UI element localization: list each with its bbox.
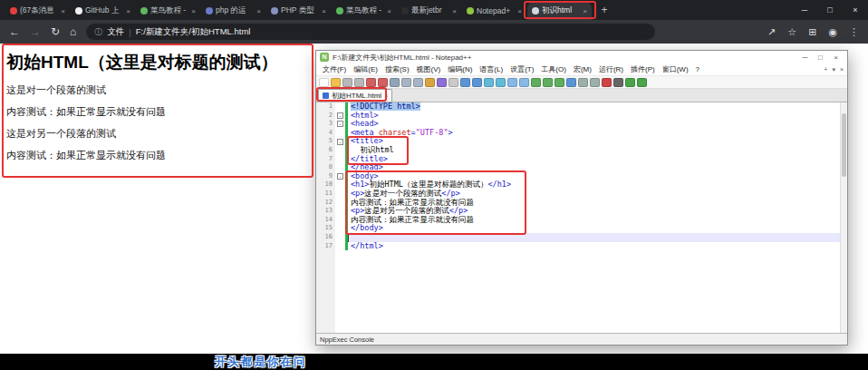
npp-menu-item[interactable]: ?	[692, 65, 703, 73]
home-button[interactable]: ⌂	[70, 25, 76, 38]
code-line[interactable]: 2-<html>	[316, 112, 847, 121]
browser-tab[interactable]: Notepad+×	[462, 2, 526, 20]
extensions-icon[interactable]: ⊞	[808, 26, 816, 38]
document-map-icon[interactable]	[578, 78, 588, 87]
show-all-characters-icon[interactable]	[543, 78, 553, 87]
npp-doc-tab-close-icon[interactable]: ×	[384, 92, 388, 99]
sync-vertical-icon[interactable]	[507, 78, 517, 87]
save-all-icon[interactable]	[354, 78, 364, 87]
document-switcher-icon[interactable]	[590, 78, 600, 87]
code-line[interactable]: 4<meta charset="UTF-8">	[316, 129, 847, 138]
tab-close-icon[interactable]: ×	[256, 7, 261, 15]
npp-menu-item[interactable]: 插件(P)	[627, 64, 659, 74]
tab-close-icon[interactable]: ×	[517, 7, 522, 15]
fold-marker-icon[interactable]: -	[335, 112, 345, 121]
copy-icon[interactable]	[413, 78, 423, 87]
new-tab-button[interactable]: +	[596, 2, 612, 18]
maximize-button[interactable]: □	[817, 0, 843, 20]
tab-close-icon[interactable]: ×	[191, 7, 196, 15]
open-file-icon[interactable]	[331, 78, 341, 87]
npp-menu-item[interactable]: 设置(T)	[506, 64, 537, 74]
code-line[interactable]: 3-<head>	[316, 120, 847, 129]
paste-icon[interactable]	[425, 78, 435, 87]
replace-icon[interactable]	[472, 78, 482, 87]
npp-menu-item[interactable]: 宏(M)	[570, 64, 595, 74]
tab-close-icon[interactable]: ×	[452, 7, 457, 15]
close-button[interactable]: ×	[843, 0, 868, 20]
code-line[interactable]: 13<p>这是对另一个段落的测试</p>	[316, 207, 847, 216]
browser-tab[interactable]: (67条消息×	[5, 2, 70, 20]
browser-tab[interactable]: 最新jetbr×	[397, 2, 461, 20]
browser-tab[interactable]: php 的运×	[201, 2, 265, 20]
fold-marker-icon[interactable]: -	[335, 172, 345, 181]
npp-menu-item[interactable]: 窗口(W)	[659, 64, 692, 74]
print-icon[interactable]	[390, 78, 400, 87]
npp-menu-item[interactable]: 编码(N)	[444, 64, 476, 74]
npp-menu-item[interactable]: 工具(O)	[537, 64, 570, 74]
play-macro-icon[interactable]	[625, 78, 635, 87]
tab-close-icon[interactable]: ×	[61, 7, 65, 15]
code-line[interactable]: 8</head>	[316, 163, 847, 172]
tab-close-icon[interactable]: ×	[322, 7, 326, 15]
zoom-out-icon[interactable]	[496, 78, 506, 87]
tab-close-icon[interactable]: ×	[387, 7, 391, 15]
tab-close-icon[interactable]: ×	[583, 7, 587, 15]
code-line[interactable]: 6 初识html	[316, 146, 847, 155]
zoom-in-icon[interactable]	[484, 78, 494, 87]
forward-button[interactable]: →	[30, 25, 41, 38]
code-line[interactable]: 10<h1>初始HTML（这里是对标题的测试）</h1>	[316, 180, 847, 190]
tab-close-icon[interactable]: ×	[126, 7, 130, 15]
function-list-icon[interactable]	[566, 78, 576, 87]
npp-menu-corner-icon[interactable]: ×	[840, 66, 844, 73]
redo-icon[interactable]	[448, 78, 458, 87]
address-bar[interactable]: ⓘ 文件 | F:/新建文件夹/初始HTML.html	[86, 24, 655, 40]
share-icon[interactable]: ↗	[767, 26, 776, 38]
save-file-icon[interactable]	[342, 78, 352, 87]
npp-editor[interactable]: 1<!DOCTYPE html>2-<html>3-<head>4<meta c…	[316, 102, 847, 333]
npp-editor-scrollbar[interactable]	[840, 102, 847, 333]
profile-icon[interactable]: ◉	[828, 26, 837, 38]
npp-menu-item[interactable]: 文件(F)	[319, 64, 350, 74]
browser-tab[interactable]: 初识html×	[527, 2, 592, 20]
undo-icon[interactable]	[437, 78, 447, 87]
word-wrap-icon[interactable]	[531, 78, 541, 87]
npp-maximize-button[interactable]: □	[813, 54, 828, 62]
npp-menu-item[interactable]: 搜索(S)	[381, 64, 413, 74]
new-file-icon[interactable]	[319, 78, 329, 87]
browser-tab[interactable]: PHP 类型×	[266, 2, 331, 20]
npp-menu-item[interactable]: 语言(L)	[476, 64, 506, 74]
indent-guide-icon[interactable]	[555, 78, 564, 87]
code-line[interactable]: 11<p>这是对一个段落的测试</p>	[316, 190, 847, 199]
close-all-icon[interactable]	[378, 78, 388, 87]
npp-minimize-button[interactable]: ─	[797, 54, 813, 62]
code-line[interactable]: 15</body>	[316, 224, 847, 233]
code-line[interactable]: 7</title>	[316, 155, 847, 164]
code-line[interactable]: 17</html>	[316, 242, 847, 251]
sync-horizontal-icon[interactable]	[519, 78, 529, 87]
code-line[interactable]: 16	[316, 233, 847, 242]
close-file-icon[interactable]	[366, 78, 376, 87]
browser-tab[interactable]: GitHub 上×	[71, 2, 135, 20]
stop-macro-icon[interactable]	[613, 78, 623, 87]
npp-menu-item[interactable]: 视图(V)	[413, 64, 445, 74]
fold-marker-icon[interactable]: -	[335, 137, 345, 146]
reload-button[interactable]: ↻	[51, 25, 60, 38]
minimize-button[interactable]: ─	[792, 0, 817, 20]
npp-menu-item[interactable]: 编辑(E)	[350, 64, 381, 74]
scrollbar-thumb[interactable]	[842, 113, 846, 177]
back-button[interactable]: ←	[9, 25, 20, 38]
code-line[interactable]: 1<!DOCTYPE html>	[316, 102, 847, 112]
editor-empty-area[interactable]	[316, 250, 847, 333]
browser-tab[interactable]: 菜鸟教程 -×	[136, 2, 200, 20]
code-line[interactable]: 12内容测试：如果正常显示就没有问题	[316, 199, 847, 208]
code-line[interactable]: 5-<title>	[316, 137, 847, 146]
run-multiple-icon[interactable]	[637, 78, 647, 87]
bookmark-star-icon[interactable]: ☆	[787, 26, 796, 38]
browser-tab[interactable]: 菜鸟教程 -×	[332, 2, 396, 20]
fold-marker-icon[interactable]: -	[335, 120, 345, 129]
npp-close-button[interactable]: ×	[828, 54, 844, 62]
npp-doc-tab[interactable]: 初始HTML.html ×	[318, 89, 392, 102]
npp-menu-corner-icon[interactable]: ▾	[832, 66, 835, 73]
info-icon[interactable]: ⓘ	[94, 26, 102, 38]
npp-menu-item[interactable]: 运行(R)	[595, 64, 627, 74]
